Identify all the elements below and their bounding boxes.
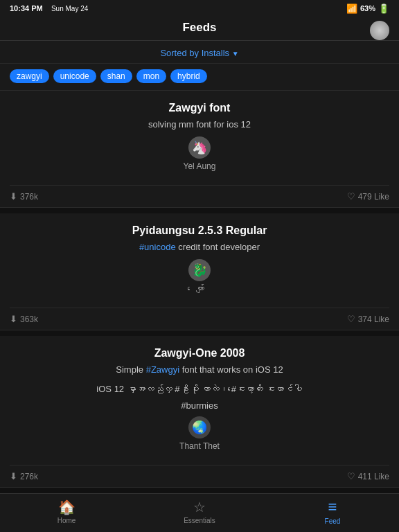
card2-author: ကျော် [10,284,389,294]
tab-feed[interactable]: ≡ Feed [266,498,399,525]
sort-arrow-icon: ▼ [232,50,239,57]
tab-essentials[interactable]: ☆ Essentials [133,499,266,524]
card3-title: Zawgyi-One 2008 [10,347,389,360]
download-icon: ⬇ [10,191,17,202]
card2-hashtag[interactable]: #unicode [139,242,176,252]
card3-myanmar-line1: iOS 12 မှာအလည်လှ #ဦးပိုး တာလဲ၊ #ငေးဟာ့ကိ… [10,382,389,397]
tab-bar: 🏠 Home ☆ Essentials ≡ Feed [0,493,399,532]
tag-mon[interactable]: mon [136,69,166,83]
sort-label[interactable]: Sorted by Installs ▼ [160,48,238,58]
card2-installs: ⬇ 363k [10,314,38,324]
card3-avatar[interactable]: 🌏 [188,416,211,438]
card2-desc: #unicode credit font developer [10,241,389,254]
status-bar: 10:34 PM Sun May 24 📶 63% 🔋 [0,0,399,17]
card1-desc: solving mm font for ios 12 [10,118,389,131]
card1-stats: ⬇ 376k ♡ 479 Like [10,185,389,207]
download-icon: ⬇ [10,314,17,324]
card1-avatar[interactable]: 🦄 [188,136,211,159]
card2-likes[interactable]: ♡ 374 Like [347,314,389,324]
card3-myanmar-line2: #burmies [10,399,389,414]
header: Feeds [0,17,399,41]
feed-card-zawgyi-one: Zawgyi-One 2008 Simple #Zawgyi font that… [0,336,399,488]
tag-shan[interactable]: shan [100,69,132,83]
battery-icon: 🔋 [378,3,389,14]
card3-stats: ⬇ 276k ♡ 411 Like [10,465,389,487]
card2-stats: ⬇ 363k ♡ 374 Like [10,308,389,330]
tag-zawgyi[interactable]: zawgyi [10,69,49,83]
tag-unicode[interactable]: unicode [53,69,96,83]
card3-desc-line1: Simple #Zawgyi font that works on iOS 12 [10,364,389,376]
download-icon: ⬇ [10,471,17,481]
feed-card-zawgyi-font: Zawgyi font solving mm font for ios 12 🦄… [0,91,399,208]
feed-card-pyidaungsu: Pyidaungsu 2.5.3 Regular #unicode credit… [0,213,399,330]
wifi-icon: 📶 [346,3,357,14]
card1-installs: ⬇ 376k [10,191,38,202]
heart-icon: ♡ [347,314,355,324]
tab-essentials-label: Essentials [184,517,215,524]
star-icon: ☆ [193,499,206,515]
heart-icon: ♡ [347,191,355,202]
card1-author: Yel Aung [10,161,389,171]
card2-title: Pyidaungsu 2.5.3 Regular [10,224,389,237]
card1-likes[interactable]: ♡ 479 Like [347,191,389,202]
battery-label: 63% [360,4,375,12]
status-right: 📶 63% 🔋 [346,3,389,14]
sort-bar[interactable]: Sorted by Installs ▼ [0,41,399,64]
card1-title: Zawgyi font [10,102,389,114]
card3-likes[interactable]: ♡ 411 Like [347,471,389,481]
heart-icon: ♡ [347,471,355,481]
tab-feed-label: Feed [325,517,341,525]
home-icon: 🏠 [58,499,76,515]
card3-author: Thant Thet [10,441,389,451]
feed-icon: ≡ [328,498,337,516]
tag-hybrid[interactable]: hybrid [170,69,207,83]
status-time: 10:34 PM Sun May 24 [10,4,88,12]
tags-row: zawgyi unicode shan mon hybrid [0,64,399,91]
tab-home-label: Home [57,517,76,524]
page-title: Feeds [182,21,216,34]
tab-home[interactable]: 🏠 Home [0,499,133,524]
avatar[interactable] [370,21,389,40]
card3-installs: ⬇ 276k [10,471,38,481]
card2-avatar[interactable]: 🐉 [188,259,211,281]
